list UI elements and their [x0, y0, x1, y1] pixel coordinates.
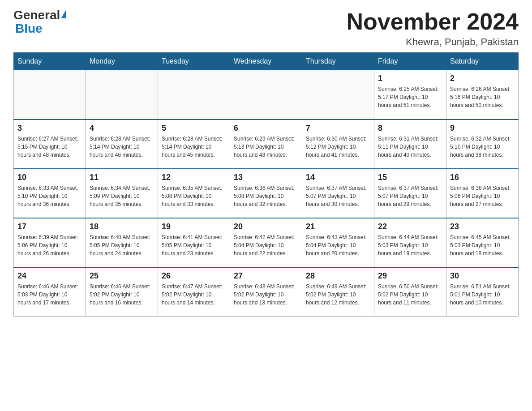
- week-row: 24Sunrise: 6:46 AM Sunset: 5:03 PM Dayli…: [14, 267, 519, 317]
- day-info: Sunrise: 6:33 AM Sunset: 5:10 PM Dayligh…: [17, 184, 82, 208]
- day-info: Sunrise: 6:50 AM Sunset: 5:02 PM Dayligh…: [378, 283, 442, 307]
- calendar-table: SundayMondayTuesdayWednesdayThursdayFrid…: [13, 52, 519, 317]
- week-row: 3Sunrise: 6:27 AM Sunset: 5:15 PM Daylig…: [14, 120, 519, 169]
- calendar-cell: [302, 70, 374, 120]
- day-number: 10: [17, 173, 82, 182]
- weekday-header: Thursday: [302, 53, 374, 70]
- day-number: 25: [90, 271, 154, 281]
- day-info: Sunrise: 6:25 AM Sunset: 5:17 PM Dayligh…: [378, 85, 442, 109]
- day-number: 26: [162, 271, 226, 281]
- title-area: November 2024 Khewra, Punjab, Pakistan: [347, 9, 519, 48]
- weekday-header: Monday: [86, 53, 158, 70]
- calendar-cell: [230, 70, 302, 120]
- day-number: 7: [306, 124, 370, 133]
- day-info: Sunrise: 6:48 AM Sunset: 5:02 PM Dayligh…: [234, 283, 298, 307]
- day-number: 22: [378, 222, 442, 231]
- day-info: Sunrise: 6:37 AM Sunset: 5:07 PM Dayligh…: [306, 184, 370, 208]
- calendar-cell: 17Sunrise: 6:39 AM Sunset: 5:06 PM Dayli…: [14, 218, 86, 267]
- calendar-cell: 28Sunrise: 6:49 AM Sunset: 5:02 PM Dayli…: [302, 267, 374, 317]
- day-number: 16: [450, 173, 515, 182]
- calendar-cell: 11Sunrise: 6:34 AM Sunset: 5:09 PM Dayli…: [86, 169, 158, 218]
- calendar-cell: 9Sunrise: 6:32 AM Sunset: 5:10 PM Daylig…: [446, 120, 519, 169]
- day-number: 8: [378, 124, 442, 133]
- day-info: Sunrise: 6:28 AM Sunset: 5:14 PM Dayligh…: [162, 135, 226, 159]
- calendar-cell: 3Sunrise: 6:27 AM Sunset: 5:15 PM Daylig…: [14, 120, 86, 169]
- day-number: 24: [17, 271, 82, 281]
- day-info: Sunrise: 6:34 AM Sunset: 5:09 PM Dayligh…: [90, 184, 154, 208]
- calendar-cell: 18Sunrise: 6:40 AM Sunset: 5:05 PM Dayli…: [86, 218, 158, 267]
- calendar-cell: 15Sunrise: 6:37 AM Sunset: 5:07 PM Dayli…: [374, 169, 446, 218]
- day-info: Sunrise: 6:35 AM Sunset: 5:08 PM Dayligh…: [162, 184, 226, 208]
- calendar-cell: 10Sunrise: 6:33 AM Sunset: 5:10 PM Dayli…: [14, 169, 86, 218]
- calendar-cell: [158, 70, 230, 120]
- day-number: 20: [234, 222, 298, 231]
- logo-blue: Blue: [13, 21, 43, 36]
- day-info: Sunrise: 6:46 AM Sunset: 5:03 PM Dayligh…: [17, 283, 82, 307]
- day-info: Sunrise: 6:47 AM Sunset: 5:02 PM Dayligh…: [162, 283, 226, 307]
- day-number: 11: [90, 173, 154, 182]
- logo: General: [13, 9, 66, 21]
- day-number: 30: [450, 271, 515, 281]
- day-info: Sunrise: 6:27 AM Sunset: 5:15 PM Dayligh…: [17, 135, 82, 159]
- calendar-cell: 27Sunrise: 6:48 AM Sunset: 5:02 PM Dayli…: [230, 267, 302, 317]
- weekday-header: Tuesday: [158, 53, 230, 70]
- day-info: Sunrise: 6:51 AM Sunset: 5:01 PM Dayligh…: [450, 283, 515, 307]
- calendar-cell: [86, 70, 158, 120]
- calendar-cell: 25Sunrise: 6:46 AM Sunset: 5:02 PM Dayli…: [86, 267, 158, 317]
- calendar-cell: 16Sunrise: 6:38 AM Sunset: 5:06 PM Dayli…: [446, 169, 519, 218]
- week-row: 17Sunrise: 6:39 AM Sunset: 5:06 PM Dayli…: [14, 218, 519, 267]
- day-number: 14: [306, 173, 370, 182]
- day-info: Sunrise: 6:31 AM Sunset: 5:11 PM Dayligh…: [378, 135, 442, 159]
- calendar-cell: 29Sunrise: 6:50 AM Sunset: 5:02 PM Dayli…: [374, 267, 446, 317]
- day-info: Sunrise: 6:38 AM Sunset: 5:06 PM Dayligh…: [450, 184, 515, 208]
- month-title: November 2024: [347, 9, 519, 34]
- day-number: 15: [378, 173, 442, 182]
- calendar-cell: [14, 70, 86, 120]
- calendar-cell: 5Sunrise: 6:28 AM Sunset: 5:14 PM Daylig…: [158, 120, 230, 169]
- day-number: 4: [90, 124, 154, 133]
- calendar-cell: 2Sunrise: 6:26 AM Sunset: 5:16 PM Daylig…: [446, 70, 519, 120]
- logo-area: General Blue: [13, 9, 66, 36]
- day-info: Sunrise: 6:28 AM Sunset: 5:14 PM Dayligh…: [90, 135, 154, 159]
- weekday-header: Wednesday: [230, 53, 302, 70]
- day-number: 2: [450, 74, 515, 83]
- weekday-header: Saturday: [446, 53, 519, 70]
- day-number: 29: [378, 271, 442, 281]
- calendar-cell: 14Sunrise: 6:37 AM Sunset: 5:07 PM Dayli…: [302, 169, 374, 218]
- day-info: Sunrise: 6:26 AM Sunset: 5:16 PM Dayligh…: [450, 85, 515, 109]
- page-header: General Blue November 2024 Khewra, Punja…: [13, 9, 519, 48]
- logo-general: General: [13, 9, 60, 21]
- day-number: 1: [378, 74, 442, 83]
- day-info: Sunrise: 6:37 AM Sunset: 5:07 PM Dayligh…: [378, 184, 442, 208]
- weekday-header-row: SundayMondayTuesdayWednesdayThursdayFrid…: [14, 53, 519, 70]
- logo-triangle-icon: [61, 9, 66, 18]
- calendar-cell: 1Sunrise: 6:25 AM Sunset: 5:17 PM Daylig…: [374, 70, 446, 120]
- day-info: Sunrise: 6:40 AM Sunset: 5:05 PM Dayligh…: [90, 233, 154, 257]
- calendar-cell: 8Sunrise: 6:31 AM Sunset: 5:11 PM Daylig…: [374, 120, 446, 169]
- calendar-cell: 7Sunrise: 6:30 AM Sunset: 5:12 PM Daylig…: [302, 120, 374, 169]
- day-info: Sunrise: 6:32 AM Sunset: 5:10 PM Dayligh…: [450, 135, 515, 159]
- day-info: Sunrise: 6:36 AM Sunset: 5:08 PM Dayligh…: [234, 184, 298, 208]
- day-info: Sunrise: 6:49 AM Sunset: 5:02 PM Dayligh…: [306, 283, 370, 307]
- day-info: Sunrise: 6:30 AM Sunset: 5:12 PM Dayligh…: [306, 135, 370, 159]
- weekday-header: Sunday: [14, 53, 86, 70]
- day-number: 3: [17, 124, 82, 133]
- day-info: Sunrise: 6:29 AM Sunset: 5:13 PM Dayligh…: [234, 135, 298, 159]
- day-number: 18: [90, 222, 154, 231]
- day-number: 17: [17, 222, 82, 231]
- day-number: 19: [162, 222, 226, 231]
- calendar-cell: 12Sunrise: 6:35 AM Sunset: 5:08 PM Dayli…: [158, 169, 230, 218]
- day-number: 21: [306, 222, 370, 231]
- day-number: 23: [450, 222, 515, 231]
- calendar-cell: 26Sunrise: 6:47 AM Sunset: 5:02 PM Dayli…: [158, 267, 230, 317]
- day-number: 5: [162, 124, 226, 133]
- calendar-cell: 24Sunrise: 6:46 AM Sunset: 5:03 PM Dayli…: [14, 267, 86, 317]
- calendar-cell: 13Sunrise: 6:36 AM Sunset: 5:08 PM Dayli…: [230, 169, 302, 218]
- day-info: Sunrise: 6:45 AM Sunset: 5:03 PM Dayligh…: [450, 233, 515, 257]
- day-number: 9: [450, 124, 515, 133]
- day-number: 27: [234, 271, 298, 281]
- day-info: Sunrise: 6:41 AM Sunset: 5:05 PM Dayligh…: [162, 233, 226, 257]
- week-row: 1Sunrise: 6:25 AM Sunset: 5:17 PM Daylig…: [14, 70, 519, 120]
- day-info: Sunrise: 6:44 AM Sunset: 5:03 PM Dayligh…: [378, 233, 442, 257]
- day-info: Sunrise: 6:46 AM Sunset: 5:02 PM Dayligh…: [90, 283, 154, 307]
